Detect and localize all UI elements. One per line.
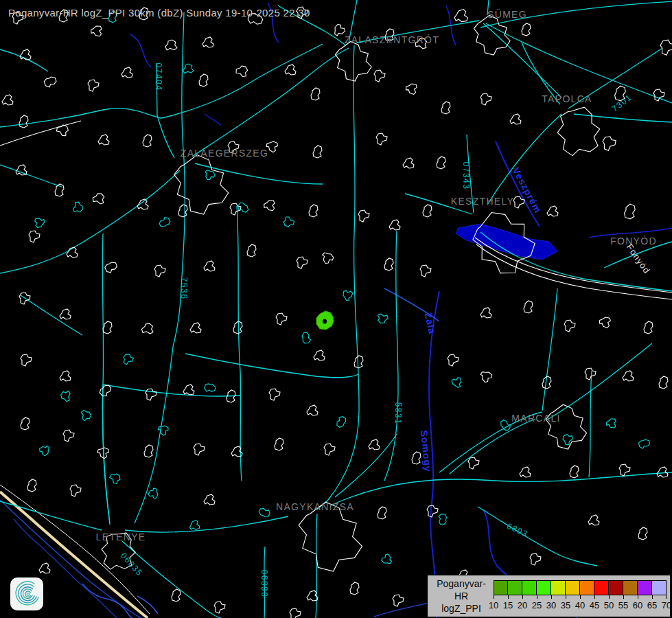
colorbar-tick-label: 30 bbox=[544, 600, 559, 610]
colorbar-swatch bbox=[652, 580, 667, 595]
colorbar-swatch bbox=[522, 580, 537, 595]
city-label-letenye: LETENYE bbox=[96, 531, 146, 542]
colorbar-tick-label: 35 bbox=[558, 600, 573, 610]
radar-image: { "title": "Poganyvar-HR logZ_PPI 30km (… bbox=[0, 0, 672, 618]
colorbar-tickmark bbox=[623, 595, 624, 599]
colorbar-tick-label: 15 bbox=[500, 600, 515, 610]
colorbar-tick-label: 60 bbox=[630, 600, 645, 610]
road-number-07404: 07404 bbox=[154, 63, 163, 91]
colorbar-tick-label: 10 bbox=[486, 600, 501, 610]
colorbar-swatch bbox=[623, 580, 638, 595]
colorbar-swatch bbox=[638, 580, 652, 595]
colorbar-tickmark bbox=[494, 595, 494, 599]
city-label-nagykanizsa: NAGYKANIZSA bbox=[276, 501, 354, 512]
colorbar-tick-label: 45 bbox=[587, 600, 602, 610]
radar-echo bbox=[316, 311, 334, 330]
colorbar-tickmark bbox=[667, 595, 667, 599]
legend-product-name: logZ_PPI bbox=[430, 602, 492, 615]
colorbar-tickmark bbox=[551, 595, 552, 599]
colorbar-tickmark bbox=[508, 595, 509, 599]
colorbar-swatch bbox=[551, 580, 566, 595]
colorbar-tickmark bbox=[566, 595, 566, 599]
colorbar-tick-label: 50 bbox=[601, 600, 616, 610]
colorbar-tickmark bbox=[594, 595, 595, 599]
city-label-tapolca: TAPOLCA bbox=[542, 93, 592, 104]
colorbar-swatch bbox=[566, 580, 580, 595]
road-number-06890: 06890 bbox=[259, 570, 269, 598]
road-number-07343: 07343 bbox=[461, 162, 471, 190]
colorbar-swatch bbox=[537, 580, 551, 595]
railway-lines bbox=[0, 121, 672, 299]
city-label-zalaegerszeg: ZALAEGERSZEG bbox=[181, 148, 268, 159]
city-label-sumeg: SÜMEG bbox=[487, 9, 527, 20]
colorbar-legend: Poganyvar-HR logZ_PPI dbZ 10152025303540… bbox=[427, 575, 671, 617]
colorbar-tick-label: 20 bbox=[515, 600, 530, 610]
colorbar-tick-label: 70 bbox=[659, 600, 672, 610]
city-label-keszthely: KESZTHELY bbox=[451, 196, 514, 207]
colorbar-tick-label: 65 bbox=[645, 600, 660, 610]
road-number-5831: 5831 bbox=[393, 402, 403, 425]
colorbar-swatch bbox=[609, 580, 623, 595]
colorbar-swatch bbox=[494, 580, 508, 595]
radar-spiral-logo bbox=[10, 577, 43, 610]
colorbar-tickmark bbox=[522, 595, 523, 599]
city-label-zalaszentgrot: ZALASZENTGRÓT bbox=[345, 34, 439, 45]
colorbar-tickmark bbox=[609, 595, 610, 599]
product-title: Poganyvar-HR logZ_PPI 30km (dbZ) Sunday … bbox=[8, 7, 310, 19]
lake-balaton bbox=[456, 224, 557, 260]
colorbar-swatch bbox=[594, 580, 609, 595]
colorbar-tickmark bbox=[580, 595, 581, 599]
colorbar-tickmark bbox=[652, 595, 653, 599]
colorbar-tickmark bbox=[537, 595, 537, 599]
road-network bbox=[0, 0, 672, 618]
road-number-7536: 7536 bbox=[179, 277, 189, 300]
map-canvas bbox=[0, 0, 672, 618]
legend-text-block: Poganyvar-HR logZ_PPI dbZ bbox=[430, 577, 492, 618]
colorbar-swatch bbox=[580, 580, 594, 595]
colorbar-tick-label: 25 bbox=[529, 600, 544, 610]
colorbar-tick-label: 40 bbox=[572, 600, 588, 610]
legend-station-name: Poganyvar-HR bbox=[430, 577, 492, 602]
city-label-marcali: MARCALI bbox=[511, 413, 560, 424]
colorbar bbox=[494, 580, 667, 595]
colorbar-tickmark bbox=[638, 595, 638, 599]
colorbar-tick-label: 55 bbox=[616, 600, 631, 610]
colorbar-swatch bbox=[508, 580, 522, 595]
legend-unit: dbZ bbox=[430, 615, 492, 618]
